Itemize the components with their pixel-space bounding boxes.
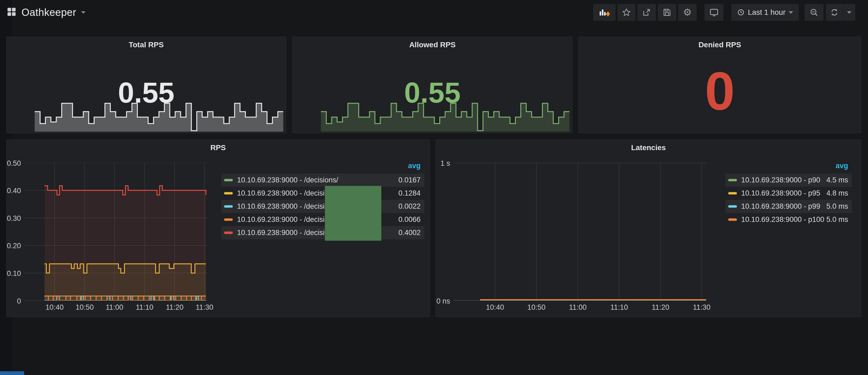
y-tick: 0.50 xyxy=(6,159,21,168)
stat-value-allowed-rps: 0.55 xyxy=(293,77,572,108)
share-button[interactable] xyxy=(638,4,656,21)
chevron-down-icon xyxy=(847,11,851,14)
legend-avg-header[interactable]: avg xyxy=(725,162,852,174)
refresh-button[interactable] xyxy=(826,4,843,21)
legend-swatch[interactable] xyxy=(728,192,737,194)
time-range-label: Last 1 hour xyxy=(748,8,785,17)
legend-row: 10.10.69.238:9000 - /decisions/ 0.0167 xyxy=(221,174,424,187)
legend-row: 10.10.69.238:9000 - p95 4.8 ms xyxy=(725,187,852,200)
panel-title[interactable]: Denied RPS xyxy=(579,40,861,49)
zoom-out-button[interactable] xyxy=(805,4,824,21)
panel-allowed-rps: Allowed RPS 0.55 xyxy=(292,36,572,133)
clock-icon xyxy=(737,9,745,16)
legend-avg-value: 0.0167 xyxy=(398,176,421,184)
green-overlay-box xyxy=(325,186,381,241)
legend-swatch[interactable] xyxy=(728,205,737,208)
legend-series-label[interactable]: 10.10.69.238:9000 - p99 xyxy=(741,202,826,211)
legend-swatch[interactable] xyxy=(224,179,233,181)
legend-avg-value: 0.4002 xyxy=(398,228,421,237)
legend-swatch[interactable] xyxy=(224,218,233,221)
stat-value-denied-rps: 0 xyxy=(579,63,861,120)
refresh-icon xyxy=(830,8,839,17)
legend-avg-value: 4.5 ms xyxy=(826,176,848,184)
dashboard-grid-icon[interactable] xyxy=(6,7,17,18)
legend-row: 10.10.69.238:9000 - p100 5.0 ms xyxy=(725,213,852,226)
settings-button[interactable]: ⚙ xyxy=(678,4,696,21)
x-tick: 11:10 xyxy=(607,303,631,312)
legend-avg-value: 0.0066 xyxy=(398,215,421,224)
x-tick: 11:30 xyxy=(192,303,217,312)
star-icon xyxy=(622,8,631,17)
legend-swatch[interactable] xyxy=(224,192,233,194)
legend-row: 10.10.69.238:9000 - /decisions/ 0.0022 xyxy=(221,200,424,213)
y-tick: 0.10 xyxy=(6,270,21,278)
legend-swatch[interactable] xyxy=(728,179,737,181)
latencies-legend: avg 10.10.69.238:9000 - p90 4.5 ms 10.10… xyxy=(725,162,852,226)
legend-row: 10.10.69.238:9000 - p90 4.5 ms xyxy=(725,174,852,187)
rps-plot-area[interactable] xyxy=(25,163,208,301)
panel-title[interactable]: RPS xyxy=(6,144,430,152)
legend-avg-value: 0.0022 xyxy=(398,202,421,211)
chevron-down-icon[interactable] xyxy=(81,11,86,14)
refresh-interval-dropdown[interactable] xyxy=(843,4,855,21)
x-tick: 11:00 xyxy=(566,303,590,312)
x-tick: 10:50 xyxy=(72,303,97,312)
legend-avg-value: 5.0 ms xyxy=(826,202,848,211)
x-tick: 10:40 xyxy=(483,303,507,312)
legend-row: 10.10.69.238:9000 - /decisions/ 0.1284 xyxy=(221,187,424,200)
search-minus-icon xyxy=(810,8,818,17)
y-tick: 0.30 xyxy=(6,214,21,223)
y-tick: 0 xyxy=(6,297,21,306)
panel-title[interactable]: Allowed RPS xyxy=(293,40,572,49)
gear-icon: ⚙ xyxy=(683,7,692,17)
panel-total-rps: Total RPS 0.55 xyxy=(6,36,286,133)
sidebar-update-indicator[interactable] xyxy=(0,371,24,375)
x-tick: 11:00 xyxy=(102,303,127,312)
save-icon xyxy=(663,8,671,17)
legend-avg-header[interactable]: avg xyxy=(221,162,424,174)
y-tick: 1 s xyxy=(436,159,450,168)
star-button[interactable] xyxy=(618,4,635,21)
x-tick: 11:10 xyxy=(132,303,157,312)
legend-swatch[interactable] xyxy=(224,231,233,234)
y-tick: 0.20 xyxy=(6,242,21,250)
add-panel-icon xyxy=(599,8,610,17)
x-tick: 11:30 xyxy=(689,303,714,312)
legend-series-label[interactable]: 10.10.69.238:9000 - p90 xyxy=(741,176,826,184)
legend-swatch[interactable] xyxy=(224,205,233,208)
panel-rps-graph: RPS 0.50 0.40 0.30 0.20 0.10 0 10:40 10:… xyxy=(6,139,430,317)
cycle-view-button[interactable] xyxy=(705,4,723,21)
rps-legend: avg 10.10.69.238:9000 - /decisions/ 0.01… xyxy=(221,162,424,239)
legend-row: 10.10.69.238:9000 - /decisions/ 0.4002 xyxy=(221,226,424,239)
add-panel-button[interactable] xyxy=(593,4,615,21)
panel-latencies-graph: Latencies 1 s 0 ns 10:40 10:50 11:00 11:… xyxy=(436,139,861,317)
stat-value-total-rps: 0.55 xyxy=(6,77,286,108)
x-tick: 10:50 xyxy=(524,303,549,312)
legend-series-label[interactable]: 10.10.69.238:9000 - p100 xyxy=(741,215,826,224)
legend-avg-value: 5.0 ms xyxy=(826,215,848,224)
y-tick: 0 ns xyxy=(436,297,450,306)
save-button[interactable] xyxy=(658,4,676,21)
legend-row: 10.10.69.238:9000 - /decisions/ 0.0066 xyxy=(221,213,424,226)
panel-title[interactable]: Total RPS xyxy=(6,40,286,49)
legend-avg-value: 0.1284 xyxy=(398,189,421,197)
x-tick: 11:20 xyxy=(163,303,187,312)
legend-row: 10.10.69.238:9000 - p99 5.0 ms xyxy=(725,200,852,213)
legend-series-label[interactable]: 10.10.69.238:9000 - /decisions/ xyxy=(237,176,398,184)
legend-avg-value: 4.8 ms xyxy=(826,189,848,197)
legend-swatch[interactable] xyxy=(728,218,737,221)
x-tick: 11:20 xyxy=(648,303,673,312)
navbar: Oathkeeper xyxy=(0,0,868,27)
legend-series-label[interactable]: 10.10.69.238:9000 - p95 xyxy=(741,189,826,197)
y-tick: 0.40 xyxy=(6,187,21,195)
dashboard-title[interactable]: Oathkeeper xyxy=(22,7,76,18)
time-range-picker[interactable]: Last 1 hour xyxy=(732,4,799,21)
panel-denied-rps: Denied RPS 0 xyxy=(578,36,861,133)
monitor-icon xyxy=(709,8,719,17)
panel-title[interactable]: Latencies xyxy=(436,144,861,152)
share-icon xyxy=(642,8,651,17)
chevron-down-icon xyxy=(789,11,793,14)
latencies-plot-area[interactable] xyxy=(454,163,706,301)
x-tick: 10:40 xyxy=(42,303,67,312)
